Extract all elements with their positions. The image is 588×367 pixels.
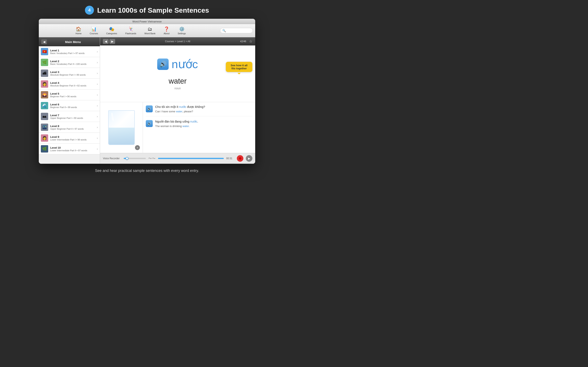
water-fill	[109, 128, 134, 145]
level-8-arrow: ›	[97, 125, 98, 129]
sentence-1-text: Cho tôi xin một ít nước được không? Can …	[155, 105, 205, 113]
level-7-subtitle: Upper Beginner Part I • 90 words	[50, 117, 95, 119]
sidebar-item-level-1[interactable]: 🇻🇳 Level 1 Basic Vocabulary Part I • 87 …	[39, 46, 100, 57]
level-4-title: Level 4	[50, 81, 95, 84]
word-speaker-button[interactable]: 🔊	[157, 58, 169, 70]
search-icon: 🔍	[222, 29, 226, 32]
main-area: ◀ Main Menu 🇻🇳 Level 1 Basic Vocabulary …	[39, 37, 255, 164]
page-footer: See and hear practical sample sentences …	[95, 164, 199, 177]
level-4-subtitle: Absolute Beginner Part II • 82 words	[50, 84, 95, 87]
expand-image-button[interactable]: +	[135, 145, 140, 150]
sidebar-header: ◀ Main Menu	[39, 37, 100, 46]
level-8-title: Level 8	[50, 125, 95, 128]
level-8-info: Level 8 Upper Beginner Part II • 97 word…	[50, 125, 95, 130]
sidebar-back-button[interactable]: ◀	[41, 39, 47, 44]
app-window: Word Power Vietnamese 🏠 Home 📊 Courses 🎭…	[39, 19, 255, 164]
level-6-title: Level 6	[50, 103, 95, 106]
sentence-2-viet-word: nước	[190, 120, 197, 123]
glass-illustration	[108, 110, 135, 145]
level-6-arrow: ›	[97, 104, 98, 107]
search-box[interactable]: 🔍	[220, 28, 253, 33]
app-title: Word Power Vietnamese	[132, 20, 162, 23]
level-3-subtitle: Absolute Beginner Part I • 89 words	[50, 74, 95, 76]
level-6-subtitle: Beginner Part II • 99 words	[50, 106, 95, 108]
flashcards-label: Flashcards	[125, 32, 136, 35]
level-9-thumb: 👩	[41, 134, 48, 142]
sentence-1-viet: Cho tôi xin một ít nước được không?	[155, 105, 205, 109]
level-4-arrow: ›	[97, 82, 98, 86]
level-3-arrow: ›	[97, 72, 98, 75]
sidebar-item-level-3[interactable]: 🏙 Level 3 Absolute Beginner Part I • 89 …	[39, 68, 100, 79]
sentence-1-speaker[interactable]: 🔊	[146, 105, 153, 112]
sidebar-item-level-8[interactable]: 🌃 Level 8 Upper Beginner Part II • 97 wo…	[39, 122, 100, 133]
sidebar-list: 🇻🇳 Level 1 Basic Vocabulary Part I • 87 …	[39, 46, 100, 164]
word-header: 🔊 nước	[157, 58, 198, 71]
recorder-thumb[interactable]	[126, 157, 129, 160]
about-icon: ❓	[164, 26, 169, 32]
content-next-button[interactable]: ▶	[109, 39, 115, 44]
step-badge: 4	[85, 6, 94, 15]
level-2-thumb: 🌿	[41, 59, 48, 66]
level-1-info: Level 1 Basic Vocabulary Part I • 87 wor…	[50, 49, 95, 54]
sidebar-item-level-5[interactable]: 🌄 Level 5 Beginner Part I • 96 words ›	[39, 90, 100, 100]
sound-wave-icon: 〜〜	[148, 156, 156, 161]
toolbar-item-courses[interactable]: 📊 Courses	[86, 26, 102, 35]
level-5-thumb: 🌄	[41, 91, 48, 99]
toolbar-item-categories[interactable]: 🎭 Categories	[103, 26, 121, 35]
sentence-2-eng: The woman is drinking water.	[155, 125, 198, 128]
favorite-icon[interactable]: ☆	[249, 39, 252, 44]
sentence-2-eng-word: water	[182, 125, 189, 128]
sentence-1-eng-word: water	[176, 110, 182, 113]
categories-label: Categories	[106, 32, 117, 35]
level-2-title: Level 2	[50, 60, 95, 63]
settings-icon: ⚙️	[179, 26, 185, 32]
settings-label: Settings	[178, 32, 186, 35]
sentence-2-speaker[interactable]: 🔊	[146, 120, 153, 127]
play-button[interactable]: ▶	[246, 155, 252, 162]
word-image: +	[100, 102, 143, 153]
sidebar-item-level-7[interactable]: 🏘 Level 7 Upper Beginner Part I • 90 wor…	[39, 111, 100, 122]
footer-text: See and hear practical sample sentences …	[95, 169, 199, 173]
courses-label: Courses	[90, 32, 98, 35]
sidebar-item-level-10[interactable]: 🌿 Level 10 Lower Intermediate Part II • …	[39, 143, 100, 154]
content-prev-button[interactable]: ◀	[103, 39, 109, 44]
level-5-title: Level 5	[50, 92, 95, 95]
sentence-item-2: 🔊 Người đàn bà đang uống nước. The woman…	[146, 120, 252, 128]
toolbar-item-about[interactable]: ❓ About	[160, 26, 173, 35]
record-button[interactable]	[237, 155, 243, 162]
toolbar: 🏠 Home 📊 Courses 🎭 Categories 🃏 Flashcar…	[39, 24, 255, 37]
level-3-thumb: 🏙	[41, 69, 48, 77]
sidebar-item-level-9[interactable]: 👩 Level 9 Lower Intermediate Part I • 98…	[39, 133, 100, 143]
sentences-list: 🔊 Cho tôi xin một ít nước được không? Ca…	[143, 102, 255, 153]
recorder-main-track[interactable]	[158, 158, 224, 159]
level-5-subtitle: Beginner Part I • 96 words	[50, 95, 95, 98]
level-6-info: Level 6 Beginner Part II • 99 words	[50, 103, 95, 108]
level-9-info: Level 9 Lower Intermediate Part I • 98 w…	[50, 135, 95, 141]
level-6-thumb: 🌊	[41, 102, 48, 109]
level-9-arrow: ›	[97, 136, 98, 140]
level-10-info: Level 10 Lower Intermediate Part II • 97…	[50, 146, 95, 152]
level-8-thumb: 🌃	[41, 124, 48, 131]
sidebar-item-level-6[interactable]: 🌊 Level 6 Beginner Part II • 99 words ›	[39, 100, 100, 111]
level-9-subtitle: Lower Intermediate Part I • 98 words	[50, 138, 95, 141]
level-4-thumb: 👩	[41, 80, 48, 88]
content-nav: ◀ ▶ Courses > Level 1 > All 42/46 ☆	[100, 37, 255, 45]
toolbar-item-wordbank[interactable]: 🗂 Word Bank	[141, 26, 159, 35]
level-2-arrow: ›	[97, 61, 98, 64]
sentences-area: + 🔊 Cho tôi xin một ít nước được không? …	[100, 102, 255, 153]
toolbar-item-home[interactable]: 🏠 Home	[72, 26, 85, 35]
search-input[interactable]	[227, 29, 251, 32]
sentence-1-eng: Can I have some water, please?	[155, 110, 205, 113]
level-5-info: Level 5 Beginner Part I • 96 words	[50, 92, 95, 98]
level-1-thumb: 🇻🇳	[41, 48, 48, 55]
wordbank-icon: 🗂	[148, 26, 152, 32]
sidebar-title: Main Menu	[49, 40, 97, 44]
toolbar-item-flashcards[interactable]: 🃏 Flashcards	[122, 26, 140, 35]
sidebar-item-level-4[interactable]: 👩 Level 4 Absolute Beginner Part II • 82…	[39, 79, 100, 90]
sidebar-item-level-2[interactable]: 🌿 Level 2 Basic Vocabulary Part II • 100…	[39, 57, 100, 68]
sentence-2-text: Người đàn bà đang uống nước. The woman i…	[155, 120, 198, 128]
content-count: 42/46	[240, 40, 246, 43]
recorder-track-left[interactable]	[124, 158, 146, 159]
toolbar-item-settings[interactable]: ⚙️ Settings	[174, 26, 190, 35]
level-1-subtitle: Basic Vocabulary Part I • 87 words	[50, 52, 95, 54]
